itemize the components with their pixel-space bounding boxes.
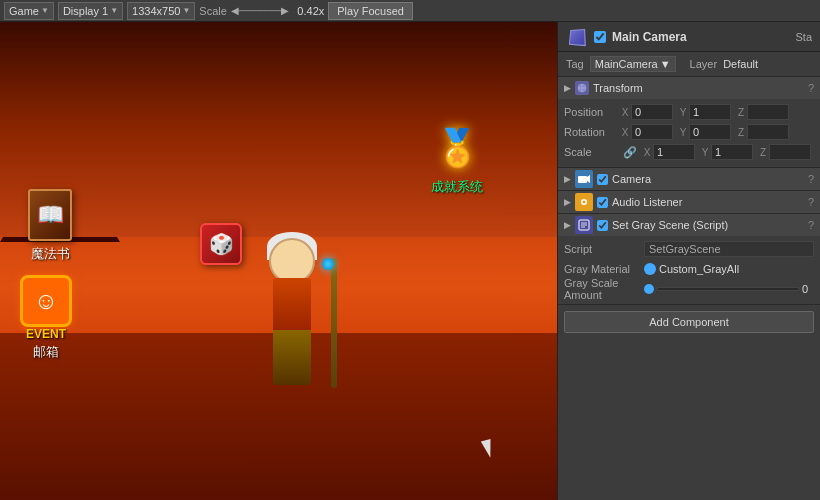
layer-value: Default bbox=[723, 58, 758, 70]
character-body bbox=[227, 228, 357, 428]
rotation-label: Rotation bbox=[564, 126, 619, 138]
play-focused-button[interactable]: Play Focused bbox=[328, 2, 413, 20]
display-dropdown-arrow: ▼ bbox=[110, 6, 118, 15]
achievement-icon: 🏅 bbox=[427, 118, 487, 178]
ry-axis-label: Y bbox=[677, 127, 689, 138]
event-button[interactable]: ☺ bbox=[20, 275, 72, 327]
gray-material-label: Gray Material bbox=[564, 263, 644, 275]
camera-help: ? bbox=[808, 173, 814, 185]
svg-marker-4 bbox=[587, 175, 590, 183]
resolution-dropdown[interactable]: 1334x750 ▼ bbox=[127, 2, 195, 20]
camera-active-checkbox[interactable] bbox=[597, 174, 608, 185]
scale-z-input[interactable] bbox=[769, 144, 811, 160]
inspector-panel: Main Camera Sta Tag MainCamera ▼ Layer D… bbox=[557, 22, 820, 500]
audio-listener-component: ▶ Audio Listener ? bbox=[558, 191, 820, 214]
display-label: Display 1 bbox=[63, 5, 108, 17]
script-icon bbox=[575, 216, 593, 234]
object-active-checkbox[interactable] bbox=[594, 31, 606, 43]
game-ui-book[interactable]: 魔法书 bbox=[28, 189, 72, 263]
transform-title: Transform bbox=[593, 82, 804, 94]
achievement-label: 成就系统 bbox=[427, 178, 487, 196]
sz-axis-label: Z bbox=[757, 147, 769, 158]
display-dropdown[interactable]: Display 1 ▼ bbox=[58, 2, 123, 20]
char-torso bbox=[273, 278, 311, 333]
game-scene: 魔法书 ☺ EVENT 邮箱 🏅 成就系统 bbox=[0, 22, 557, 500]
tag-dropdown-arrow: ▼ bbox=[660, 58, 671, 70]
book-label: 魔法书 bbox=[28, 245, 72, 263]
set-gray-scene-title: Set Gray Scene (Script) bbox=[612, 219, 804, 231]
sy-axis-label: Y bbox=[699, 147, 711, 158]
audio-listener-title: Audio Listener bbox=[612, 196, 804, 208]
event-smiley-icon: ☺ bbox=[34, 287, 59, 315]
game-dropdown[interactable]: Game ▼ bbox=[4, 2, 54, 20]
rx-axis-label: X bbox=[619, 127, 631, 138]
camera-header[interactable]: ▶ Camera ? bbox=[558, 168, 820, 190]
rotation-y-input[interactable] bbox=[689, 124, 731, 140]
gray-scale-label: Gray Scale Amount bbox=[564, 277, 644, 301]
script-field-label: Script bbox=[564, 243, 644, 255]
char-legs bbox=[273, 330, 311, 385]
rz-axis-label: Z bbox=[735, 127, 747, 138]
audio-listener-header[interactable]: ▶ Audio Listener ? bbox=[558, 191, 820, 213]
camera-title: Camera bbox=[612, 173, 804, 185]
script-value: SetGrayScene bbox=[644, 241, 814, 257]
transform-body: Position X Y Z Rotation X Y bbox=[558, 99, 820, 167]
scale-transform-label: Scale bbox=[564, 146, 619, 158]
material-dot-icon bbox=[644, 263, 656, 275]
game-dropdown-arrow: ▼ bbox=[41, 6, 49, 15]
add-component-button[interactable]: Add Component bbox=[564, 311, 814, 333]
transform-arrow: ▶ bbox=[564, 83, 571, 93]
rotation-z-input[interactable] bbox=[747, 124, 789, 140]
camera-icon bbox=[575, 170, 593, 188]
set-gray-scene-component: ▶ Set Gray Scene (Script) ? Script SetGr… bbox=[558, 214, 820, 305]
game-viewport[interactable]: 魔法书 ☺ EVENT 邮箱 🏅 成就系统 bbox=[0, 22, 557, 500]
event-text: EVENT bbox=[20, 327, 72, 341]
rotation-row: Rotation X Y Z bbox=[564, 123, 814, 141]
gray-material-value: Custom_GrayAll bbox=[659, 263, 739, 275]
position-row: Position X Y Z bbox=[564, 103, 814, 121]
scale-slider-icon: ◀──────▶ bbox=[231, 5, 290, 16]
layer-label: Layer bbox=[690, 58, 718, 70]
mountain-left bbox=[0, 22, 160, 142]
position-x-input[interactable] bbox=[631, 104, 673, 120]
gray-scale-value: 0 bbox=[802, 283, 814, 295]
position-z-input[interactable] bbox=[747, 104, 789, 120]
game-ui-event[interactable]: ☺ EVENT 邮箱 bbox=[20, 275, 72, 361]
game-ui-achievement[interactable]: 🏅 成就系统 bbox=[427, 118, 487, 196]
tag-layer-row: Tag MainCamera ▼ Layer Default bbox=[558, 52, 820, 77]
scale-y-input[interactable] bbox=[711, 144, 753, 160]
resolution-dropdown-arrow: ▼ bbox=[182, 6, 190, 15]
audio-active-checkbox[interactable] bbox=[597, 197, 608, 208]
gray-scale-slider[interactable] bbox=[657, 287, 799, 291]
gray-scene-help: ? bbox=[808, 219, 814, 231]
sx-axis-label: X bbox=[641, 147, 653, 158]
gray-scale-dot-icon bbox=[644, 284, 654, 294]
position-y-input[interactable] bbox=[689, 104, 731, 120]
transform-help: ? bbox=[808, 82, 814, 94]
svg-rect-3 bbox=[578, 176, 587, 183]
char-figure bbox=[242, 238, 342, 428]
scale-label: Scale bbox=[199, 5, 227, 17]
script-name: SetGrayScene bbox=[649, 243, 721, 255]
transform-component: ▶ Transform ? Position X Y Z bbox=[558, 77, 820, 168]
gray-material-row: Gray Material Custom_GrayAll bbox=[564, 260, 814, 278]
mail-label: 邮箱 bbox=[20, 343, 72, 361]
book-icon bbox=[28, 189, 72, 241]
gray-scene-body: Script SetGrayScene Gray Material Custom… bbox=[558, 236, 820, 304]
scale-x-input[interactable] bbox=[653, 144, 695, 160]
z-axis-label: Z bbox=[735, 107, 747, 118]
scale-row: Scale 🔗 X Y Z bbox=[564, 143, 814, 161]
cube-face bbox=[569, 29, 586, 46]
svg-point-6 bbox=[583, 201, 586, 204]
tag-dropdown[interactable]: MainCamera ▼ bbox=[590, 56, 676, 72]
audio-arrow: ▶ bbox=[564, 197, 571, 207]
transform-header[interactable]: ▶ Transform ? bbox=[558, 77, 820, 99]
set-gray-scene-header[interactable]: ▶ Set Gray Scene (Script) ? bbox=[558, 214, 820, 236]
inspector-header: Main Camera Sta bbox=[558, 22, 820, 52]
tag-value: MainCamera bbox=[595, 58, 658, 70]
object-name: Main Camera bbox=[612, 30, 789, 44]
script-row: Script SetGrayScene bbox=[564, 240, 814, 258]
camera-arrow: ▶ bbox=[564, 174, 571, 184]
rotation-x-input[interactable] bbox=[631, 124, 673, 140]
gray-scene-active-checkbox[interactable] bbox=[597, 220, 608, 231]
